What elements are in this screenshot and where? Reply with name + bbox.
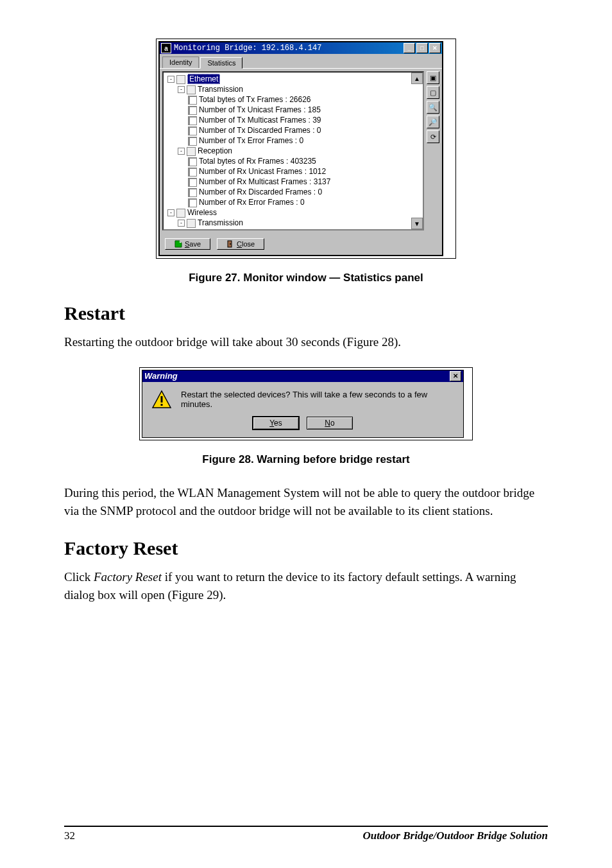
warning-icon [151,390,172,410]
page-number: 32 [64,829,75,842]
no-button[interactable]: NoNo [307,417,353,430]
collapse-icon[interactable]: - [178,86,185,93]
close-window-button[interactable]: ✕ [429,43,441,53]
tree-value: Number of Tx Unicast Frames : 185 [199,105,321,114]
tree-value: Number of Rx Error Frames : 0 [199,198,305,207]
expand-all-button[interactable]: ▣ [427,71,439,84]
tree-value: Total bytes of Tx Frames : 26626 [199,95,311,104]
refresh-button[interactable]: ⟳ [427,130,439,143]
collapse-icon[interactable]: - [167,209,174,216]
tree-value: Number of Rx Unicast Frames : 1012 [199,167,326,176]
figure-27-caption: Figure 27. Monitor window — Statistics p… [64,272,548,284]
tree-node-wireless[interactable]: -Wireless -Transmission Number of Tx Uni… [167,207,423,230]
doc-icon [188,116,197,125]
doc-icon [188,178,197,187]
save-button[interactable]: SSaveave [165,238,210,250]
doc-icon [188,168,197,177]
svg-point-3 [230,243,231,245]
tree-leaf[interactable]: Total bytes of Rx Frames : 403235 [188,156,423,166]
tree-node-wireless-transmission[interactable]: -Transmission Number of Tx Unicast Frame… [178,218,423,230]
tree-leaf[interactable]: Number of Tx Unicast Frames : 185 [188,105,423,115]
door-icon [226,240,234,248]
tree-value: Number of Rx Multicast Frames : 3137 [199,177,330,186]
restart-para: Restarting the outdoor bridge will take … [64,333,548,352]
tree-leaf[interactable]: Number of Rx Multicast Frames : 3137 [188,177,423,187]
dialog-titlebar: Warning ✕ [142,370,463,382]
dialog-close-button[interactable]: ✕ [450,371,461,381]
tree-leaf[interactable]: Number of Tx Discarded Frames : 0 [188,125,423,135]
tree-node-transmission[interactable]: -Transmission Total bytes of Tx Frames :… [178,84,423,146]
statistics-tree[interactable]: ▲ ▼ -Ethernet -Transmission Total by [162,71,424,230]
save-icon [174,240,182,248]
warning-dialog: Warning ✕ Restart the selected devices? … [142,370,464,438]
yes-button[interactable]: YesYes [253,417,299,430]
doc-icon [188,157,197,166]
collapse-all-button[interactable]: ▢ [427,86,439,99]
factory-reset-heading: Factory Reset [64,537,548,559]
close-button[interactable]: CCloselose [217,238,264,250]
collapse-icon[interactable]: - [178,148,185,155]
tree-label: Reception [198,146,232,155]
doc-icon [188,229,197,230]
tree-leaf[interactable]: Number of Tx Error Frames : 0 [188,135,423,146]
titlebar: a Monitoring Bridge: 192.168.4.147 _ □ ✕ [160,42,442,54]
tree-label: Transmission [198,85,243,94]
tree-leaf[interactable]: Number of Rx Error Frames : 0 [188,197,423,207]
scroll-down-arrow[interactable]: ▼ [411,218,423,229]
collapse-icon[interactable]: - [167,76,174,83]
tree-value: Number of Rx Discarded Frames : 0 [199,187,322,196]
folder-icon [187,219,196,228]
dialog-message: Restart the selected devices? This will … [181,390,454,409]
tree-value: Number of Tx Unicast Frames : 3932 [199,229,325,230]
document-name: Outdoor Bridge/Outdoor Bridge Solution [362,829,548,842]
doc-icon [188,188,197,197]
window-title: Monitoring Bridge: 192.168.4.147 [174,44,402,53]
side-toolbar: ▣ ▢ 🔍 🔎 ⟳ [427,71,439,230]
tree-value: Number of Tx Discarded Frames : 0 [199,126,321,135]
tree-value: Number of Tx Multicast Frames : 39 [199,116,321,125]
tab-identity[interactable]: Identity [162,56,199,68]
svg-rect-6 [161,404,163,406]
figure-28-caption: Figure 28. Warning before bridge restart [64,453,548,466]
minimize-button[interactable]: _ [404,43,415,53]
after-fig28-para: During this period, the WLAN Management … [64,484,548,521]
tree-label: Wireless [187,208,217,217]
tree-leaf[interactable]: Number of Rx Discarded Frames : 0 [188,187,423,197]
monitor-window: a Monitoring Bridge: 192.168.4.147 _ □ ✕… [158,41,443,256]
folder-icon [187,147,196,156]
emphasis: Factory Reset [94,570,162,584]
folder-icon [187,85,196,94]
restart-heading: Restart [64,302,548,324]
tree-label: Transmission [198,218,243,227]
zoom-out-button[interactable]: 🔎 [427,116,439,128]
doc-icon [188,96,197,105]
tabs: Identity Statistics [160,54,442,68]
page-footer: 32 Outdoor Bridge/Outdoor Bridge Solutio… [64,826,548,842]
folder-icon [176,209,185,218]
tree-node-ethernet[interactable]: -Ethernet -Transmission Total bytes of T… [167,74,423,207]
folder-icon [176,75,185,84]
dialog-title: Warning [144,371,178,381]
collapse-icon[interactable]: - [178,220,185,227]
tree-leaf[interactable]: Total bytes of Tx Frames : 26626 [188,94,423,105]
svg-rect-5 [161,396,163,403]
tree-node-reception[interactable]: -Reception Total bytes of Rx Frames : 40… [178,146,423,207]
figure-28-frame: Warning ✕ Restart the selected devices? … [139,367,473,440]
tree-label-ethernet: Ethernet [187,74,220,84]
doc-icon [188,106,197,115]
app-icon: a [161,43,171,53]
zoom-in-button[interactable]: 🔍 [427,101,439,114]
svg-marker-1 [180,241,182,243]
tree-leaf[interactable]: Number of Tx Multicast Frames : 39 [188,115,423,125]
maximize-button[interactable]: □ [416,43,428,53]
tree-leaf[interactable]: Number of Tx Unicast Frames : 3932 [188,228,423,230]
text: Click [64,570,94,584]
doc-icon [188,137,197,146]
tab-statistics[interactable]: Statistics [200,57,242,69]
doc-icon [188,198,197,207]
tree-value: Total bytes of Rx Frames : 403235 [199,157,316,166]
tree-leaf[interactable]: Number of Rx Unicast Frames : 1012 [188,166,423,177]
factory-reset-para: Click Factory Reset if you want to retur… [64,568,548,605]
doc-icon [188,126,197,135]
scroll-up-arrow[interactable]: ▲ [411,73,423,84]
